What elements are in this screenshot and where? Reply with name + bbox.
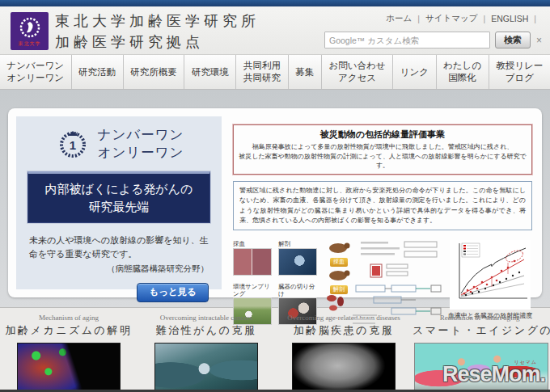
slide-body-text: 警戒区域に残された動物達に対し、政府から安楽死処分の命令が下りました。この命を無…	[233, 181, 532, 231]
badge-label: ナンバーワン オンリーワン	[98, 125, 184, 162]
site-header: 東北大学 東北大学加齢医学研究所 加齢医学研究拠点 ホーム | サイトマップ |…	[0, 6, 550, 55]
number-one-badge: 1 ナンバーワン オンリーワン	[16, 124, 222, 162]
utility-link-sitemap[interactable]: サイトマップ	[425, 13, 477, 24]
scatter-chart-icon	[450, 240, 531, 310]
photo-dissection: 解剖	[278, 240, 317, 280]
main-nav: ナンバーワン オンリーワン 研究活動 研究所概要 研究環境 共同利用 共同研究 …	[0, 55, 550, 90]
nav-item-research-environment[interactable]: 研究環境	[184, 55, 235, 89]
photo-blood-sampling: 採血	[233, 240, 272, 280]
nav-item-institute-overview[interactable]: 研究所概要	[123, 55, 184, 89]
feature-lab-credit: （病態臓器構築研究分野）	[29, 263, 209, 275]
slide-title-box: 被災動物の包括的線量評価事業 福島原発事故によって多量の放射性物質が環境中に飛散…	[233, 124, 532, 175]
feature-column: 1 ナンバーワン オンリーワン 内部被ばくによる発がんの 研究最先端 未来の人や…	[16, 116, 222, 289]
research-areas-section: Mechanism of aging 加齢メカニズムの解明 Overcoming…	[0, 307, 550, 391]
separator: |	[417, 14, 420, 23]
diagram-step-dissection-label: 解剖	[330, 285, 348, 294]
search-bar: 検索 ×	[324, 32, 542, 48]
dissection-photo	[278, 248, 317, 276]
site-title-line1: 東北大学加齢医学研究所	[55, 11, 260, 32]
laurel-number-one-icon: 1	[54, 124, 91, 162]
utility-link-english[interactable]: ENGLISH	[491, 14, 528, 23]
nav-item-internationalization[interactable]: わたしの 国際化	[436, 55, 489, 89]
diagram-step-blood-label: 採血	[330, 258, 348, 267]
area-aging-mechanism[interactable]: Mechanism of aging 加齢メカニズムの解明	[0, 314, 138, 391]
cow-workflow-illustration	[324, 240, 443, 329]
logo-label: 東北大学	[19, 40, 41, 48]
slide-title: 被災動物の包括的線量評価事業	[239, 129, 527, 141]
feature-panel: 1 ナンバーワン オンリーワン 内部被ばくによる発がんの 研究最先端 未来の人や…	[8, 108, 542, 297]
smart-aging-image	[414, 343, 548, 392]
more-button[interactable]: もっと見る	[137, 283, 209, 302]
feature-description: 未来の人や環境への放射線の影響を知り、生命を守る重要な研究です。	[29, 234, 209, 261]
university-crest-icon	[18, 15, 42, 40]
nav-item-numberone[interactable]: ナンバーワン オンリーワン	[0, 55, 71, 89]
nav-item-links[interactable]: リンク	[392, 55, 435, 89]
svg-text:1: 1	[69, 138, 75, 152]
site-title[interactable]: 東北大学加齢医学研究所 加齢医学研究拠点	[55, 11, 260, 53]
fluorescent-cells-image	[17, 343, 121, 392]
nav-item-contact-access[interactable]: お問い合わせ アクセス	[321, 55, 392, 89]
slide-subtitle: 福島原発事故によって多量の放射性物質が環境中に飛散しました。警戒区域内に残され、…	[239, 142, 527, 171]
utility-link-home[interactable]: ホーム	[386, 13, 412, 24]
search-button[interactable]: 検索	[495, 32, 531, 48]
workflow-diagram: 採血 解剖	[324, 240, 443, 332]
nav-item-recruitment[interactable]: 募集	[288, 55, 321, 89]
site-title-line2: 加齢医学研究拠点	[55, 32, 260, 53]
nav-item-joint-research[interactable]: 共同利用 共同研究	[235, 55, 287, 89]
search-input[interactable]	[324, 32, 490, 48]
research-slide[interactable]: 被災動物の包括的線量評価事業 福島原発事故によって多量の放射性物質が環境中に飛散…	[222, 116, 534, 289]
separator: |	[534, 14, 536, 23]
utility-nav: ホーム | サイトマップ | ENGLISH |	[386, 13, 542, 24]
main-section: 1 ナンバーワン オンリーワン 内部被ばくによる発がんの 研究最先端 未来の人や…	[0, 90, 550, 307]
separator: |	[483, 14, 485, 23]
feature-headline: 内部被ばくによる発がんの 研究最先端	[28, 171, 210, 223]
top-accent-bar	[0, 0, 550, 6]
search-close-icon[interactable]: ×	[536, 35, 542, 46]
area-intractable-cancers[interactable]: Overcoming intractable cancers 難治性がんの克服	[138, 314, 275, 391]
university-logo[interactable]: 東北大学	[11, 12, 49, 50]
nav-item-professor-blog[interactable]: 教授リレー ブログ	[489, 55, 550, 89]
surgery-image	[154, 343, 258, 392]
blood-sample-photo	[233, 248, 272, 276]
nav-item-research-activity[interactable]: 研究活動	[71, 55, 123, 89]
brain-mri-image	[292, 343, 396, 392]
